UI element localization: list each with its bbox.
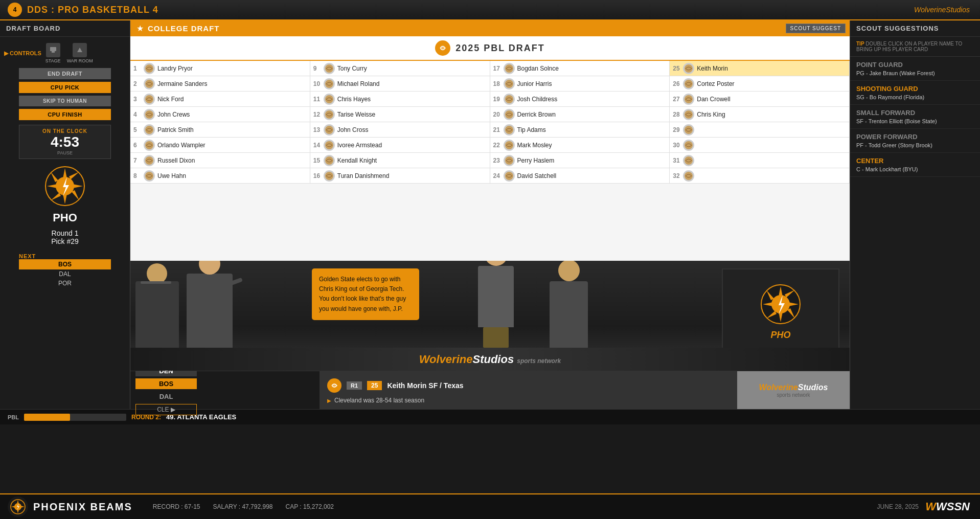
player-row[interactable]: 26 Cortez Poster <box>670 76 850 92</box>
player-name: Tip Adams <box>517 126 546 133</box>
salary-status: SALARY : 47,792,998 <box>213 503 273 510</box>
pause-button[interactable]: PAUSE <box>22 150 107 155</box>
player-name: Bogdan Solnce <box>517 65 559 72</box>
players-grid: 1 Landry Pryor 9 Tony Curry 17 Bogdan So… <box>130 61 850 184</box>
team-logo-area <box>44 166 85 209</box>
player-row[interactable]: 20 Derrick Brown <box>490 107 670 122</box>
player-row[interactable]: 2 Jermaine Sanders <box>130 76 310 92</box>
player-name: Tarise Weisse <box>337 111 375 118</box>
player-avatar <box>683 140 694 151</box>
skip-to-human-button[interactable]: SKIP TO HUMAN <box>19 96 111 106</box>
player-name: Michael Roland <box>337 80 380 87</box>
player-row[interactable]: 31 <box>670 153 850 168</box>
r1-badge: R1 <box>347 381 362 390</box>
player-row[interactable]: 27 Dan Crowell <box>670 92 850 107</box>
progress-bar-fill <box>24 414 70 421</box>
player-row[interactable]: 12 Tarise Weisse <box>310 107 490 122</box>
player-row[interactable]: 30 <box>670 138 850 153</box>
player-row[interactable]: 6 Orlando Wampler <box>130 138 310 153</box>
player-row[interactable]: 19 Josh Childress <box>490 92 670 107</box>
pbl-icon <box>435 40 450 56</box>
team-record-ticker: ▶ Cleveland was 28-54 last season <box>320 396 737 405</box>
scout-suggest-button[interactable]: SCOUT SUGGEST <box>786 24 846 33</box>
college-draft-header: ★ COLLEGE DRAFT SCOUT SUGGEST <box>130 20 850 36</box>
player-avatar <box>683 155 694 166</box>
position-player[interactable]: SG - Bo Raymond (Florida) <box>856 94 974 100</box>
pick-number: 29 <box>673 126 683 133</box>
player-row[interactable]: 14 Ivoree Armstead <box>310 138 490 153</box>
player-row[interactable]: 7 Russell Dixon <box>130 153 310 168</box>
player-row[interactable]: 25 Keith Morin <box>670 61 850 76</box>
player-row[interactable]: 17 Bogdan Solnce <box>490 61 670 76</box>
player-name: Turan Danishmend <box>337 172 390 179</box>
player-name: Perry Haslem <box>517 157 555 164</box>
player-avatar <box>144 63 155 74</box>
player-row[interactable]: 28 Chris King <box>670 107 850 122</box>
pbl-draft-header: 2025 PBL DRAFT <box>130 36 850 61</box>
player-row[interactable]: 22 Mark Mosley <box>490 138 670 153</box>
player-row[interactable]: 23 Perry Haslem <box>490 153 670 168</box>
player-name: Derrick Brown <box>517 111 556 118</box>
position-player[interactable]: PF - Todd Greer (Stony Brook) <box>856 142 974 148</box>
pick-number: 19 <box>493 96 504 103</box>
player-row[interactable]: 21 Tip Adams <box>490 122 670 138</box>
player-row[interactable]: 32 <box>670 168 850 184</box>
end-draft-button[interactable]: END DRAFT <box>19 68 111 79</box>
status-team-logo <box>8 497 28 517</box>
war-room-button[interactable]: WAR ROOM <box>67 43 93 63</box>
pick-number: 6 <box>133 142 144 149</box>
player-row[interactable]: 8 Uwe Hahn <box>130 168 310 184</box>
position-player[interactable]: C - Mark Lockhart (BYU) <box>856 166 974 172</box>
right-figure <box>550 261 588 348</box>
player-name: Jermaine Sanders <box>157 80 207 87</box>
round-info: Round 1 Pick #29 <box>51 229 79 245</box>
position-title: POINT GUARD <box>856 61 974 69</box>
player-row[interactable]: 4 John Crews <box>130 107 310 122</box>
wssn-logo: W WSSN <box>925 500 970 513</box>
position-player[interactable]: PG - Jake Braun (Wake Forest) <box>856 70 974 76</box>
player-row[interactable]: 1 Landry Pryor <box>130 61 310 76</box>
cpu-finish-button[interactable]: CPU FINISH <box>19 109 111 120</box>
svg-rect-0 <box>50 47 56 51</box>
player-name: Ivoree Armstead <box>337 142 382 149</box>
tip-text: DOUBLE CLICK ON A PLAYER NAME TO BRING U… <box>856 41 962 52</box>
pick-badge: 25 <box>367 381 382 390</box>
dal-team: DAL <box>135 391 197 402</box>
cap-status: CAP : 15,272,002 <box>286 503 334 510</box>
player-row[interactable]: 5 Patrick Smith <box>130 122 310 138</box>
pick-number: 28 <box>673 111 683 118</box>
player-row[interactable]: 15 Kendall Knight <box>310 153 490 168</box>
player-name: Cortez Poster <box>697 80 734 87</box>
player-row[interactable]: 24 David Satchell <box>490 168 670 184</box>
player-row[interactable]: 29 <box>670 122 850 138</box>
scout-header: SCOUT SUGGESTIONS <box>850 20 980 37</box>
player-avatar <box>144 155 155 166</box>
player-row[interactable]: 10 Michael Roland <box>310 76 490 92</box>
brand-text: WolverineStudios <box>914 6 970 14</box>
player-row[interactable]: 9 Tony Curry <box>310 61 490 76</box>
player-row[interactable]: 16 Turan Danishmend <box>310 168 490 184</box>
player-row[interactable]: 11 Chris Hayes <box>310 92 490 107</box>
position-block: POWER FORWARD PF - Todd Greer (Stony Bro… <box>850 129 980 153</box>
figure-1 <box>135 261 179 348</box>
player-row[interactable]: 13 John Cross <box>310 122 490 138</box>
stage-button[interactable]: STAGE <box>45 43 61 63</box>
player-name: Mark Mosley <box>517 142 552 149</box>
ws-text: WolverineStudios sports network <box>419 353 561 366</box>
position-title: SMALL FORWARD <box>856 109 974 117</box>
player-name: John Crews <box>157 111 190 118</box>
player-avatar <box>144 170 155 182</box>
pbl-progress-label: PBL <box>8 414 19 420</box>
player-avatar <box>144 94 155 105</box>
next-team-por: POR <box>19 279 111 288</box>
player-row[interactable]: 3 Nick Ford <box>130 92 310 107</box>
player-avatar <box>504 124 515 136</box>
position-player[interactable]: SF - Trenton Elliott (Boise State) <box>856 118 974 124</box>
player-avatar <box>504 155 515 166</box>
player-avatar <box>504 109 515 120</box>
position-title: SHOOTING GUARD <box>856 85 974 93</box>
pick-number: 13 <box>313 126 324 133</box>
player-avatar <box>324 78 335 89</box>
cpu-pick-button[interactable]: CPU PICK <box>19 82 111 93</box>
player-row[interactable]: 18 Junior Harris <box>490 76 670 92</box>
